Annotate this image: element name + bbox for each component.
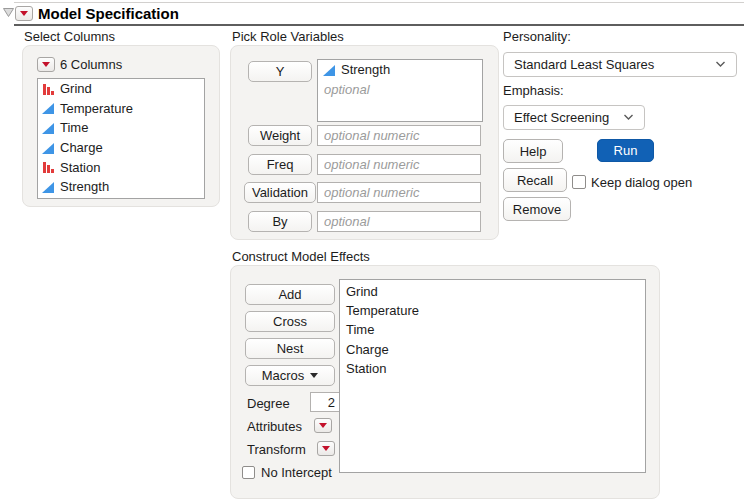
transform-label: Transform	[247, 442, 306, 457]
continuous-icon	[41, 141, 55, 155]
continuous-icon	[41, 121, 55, 135]
degree-label: Degree	[247, 396, 290, 411]
column-name: Grind	[60, 81, 92, 96]
transform-menu-button[interactable]	[317, 441, 335, 456]
y-assigned-item[interactable]: Strength	[318, 60, 482, 80]
personality-label: Personality:	[503, 29, 571, 44]
y-optional-placeholder: optional	[318, 80, 482, 99]
columns-menu-button[interactable]	[37, 57, 55, 72]
nominal-icon	[41, 82, 55, 96]
column-name: Temperature	[60, 101, 133, 116]
columns-listbox[interactable]: Grind Temperature Time Charge Station St…	[37, 78, 205, 199]
chevron-down-icon	[623, 114, 634, 121]
model-effects-listbox[interactable]: Grind Temperature Time Charge Station	[339, 279, 646, 473]
construct-model-effects-label: Construct Model Effects	[232, 249, 370, 264]
by-role-button[interactable]: By	[248, 211, 312, 232]
macros-button[interactable]: Macros	[245, 365, 335, 386]
outline-menu-button[interactable]	[15, 6, 33, 21]
continuous-icon	[41, 101, 55, 115]
red-triangle-icon	[322, 446, 330, 451]
y-role-listbox[interactable]: Strength optional	[317, 59, 483, 122]
red-triangle-icon	[42, 62, 50, 67]
personality-dropdown[interactable]: Standard Least Squares	[503, 52, 737, 77]
attributes-label: Attributes	[247, 419, 302, 434]
run-button[interactable]: Run	[597, 139, 654, 162]
freq-field[interactable]	[317, 154, 481, 175]
pick-role-variables-panel: Y Strength optional Weight Freq Validati…	[230, 45, 499, 240]
weight-field[interactable]	[317, 125, 481, 146]
columns-count-label: 6 Columns	[60, 57, 122, 72]
emphasis-label: Emphasis:	[503, 83, 564, 98]
by-field[interactable]	[317, 211, 481, 232]
degree-input[interactable]	[310, 392, 342, 412]
continuous-icon	[322, 63, 336, 77]
weight-role-button[interactable]: Weight	[248, 125, 312, 146]
effect-item[interactable]: Station	[340, 359, 645, 378]
chevron-down-icon	[715, 61, 726, 68]
help-button[interactable]: Help	[503, 139, 563, 163]
model-specification-dialog: Model Specification Select Columns 6 Col…	[0, 0, 744, 500]
select-columns-panel: 6 Columns Grind Temperature Time Charge …	[22, 45, 220, 207]
cross-button[interactable]: Cross	[245, 311, 335, 332]
column-name: Station	[60, 160, 100, 175]
pick-role-variables-label: Pick Role Variables	[232, 29, 344, 44]
attributes-menu-button[interactable]	[314, 418, 332, 433]
y-assigned-name: Strength	[341, 62, 390, 77]
emphasis-dropdown[interactable]: Effect Screening	[503, 105, 645, 130]
caret-down-icon	[310, 373, 318, 378]
freq-role-button[interactable]: Freq	[248, 154, 312, 175]
effect-item[interactable]: Charge	[340, 340, 645, 359]
column-item[interactable]: Time	[38, 118, 204, 138]
outline-header: Model Specification	[14, 2, 744, 26]
recall-button[interactable]: Recall	[503, 168, 567, 192]
effect-item[interactable]: Temperature	[340, 301, 645, 320]
red-triangle-icon	[319, 423, 327, 428]
column-item[interactable]: Strength	[38, 177, 204, 197]
effect-item[interactable]: Time	[340, 320, 645, 339]
validation-role-button[interactable]: Validation	[244, 182, 316, 203]
column-name: Strength	[60, 179, 109, 194]
macros-label: Macros	[262, 368, 305, 383]
remove-button[interactable]: Remove	[503, 197, 571, 221]
column-item[interactable]: Temperature	[38, 99, 204, 119]
effect-item[interactable]: Grind	[340, 282, 645, 301]
page-title: Model Specification	[38, 5, 179, 22]
column-item[interactable]: Station	[38, 157, 204, 177]
column-name: Charge	[60, 140, 103, 155]
no-intercept-label: No Intercept	[261, 465, 332, 480]
validation-field[interactable]	[317, 182, 481, 203]
keep-dialog-open-checkbox[interactable]	[572, 175, 586, 189]
select-columns-label: Select Columns	[24, 29, 115, 44]
add-button[interactable]: Add	[245, 284, 335, 305]
no-intercept-checkbox[interactable]	[242, 466, 255, 479]
red-triangle-icon	[20, 11, 28, 16]
column-item[interactable]: Grind	[38, 79, 204, 99]
keep-dialog-open-label: Keep dialog open	[591, 175, 692, 190]
y-role-button[interactable]: Y	[248, 61, 312, 82]
column-name: Time	[60, 120, 88, 135]
column-item[interactable]: Charge	[38, 138, 204, 158]
nest-button[interactable]: Nest	[245, 338, 335, 359]
construct-model-effects-panel: Add Cross Nest Macros Degree Attributes …	[230, 265, 660, 499]
emphasis-value: Effect Screening	[514, 110, 609, 125]
personality-value: Standard Least Squares	[514, 57, 654, 72]
continuous-icon	[41, 180, 55, 194]
nominal-icon	[41, 160, 55, 174]
